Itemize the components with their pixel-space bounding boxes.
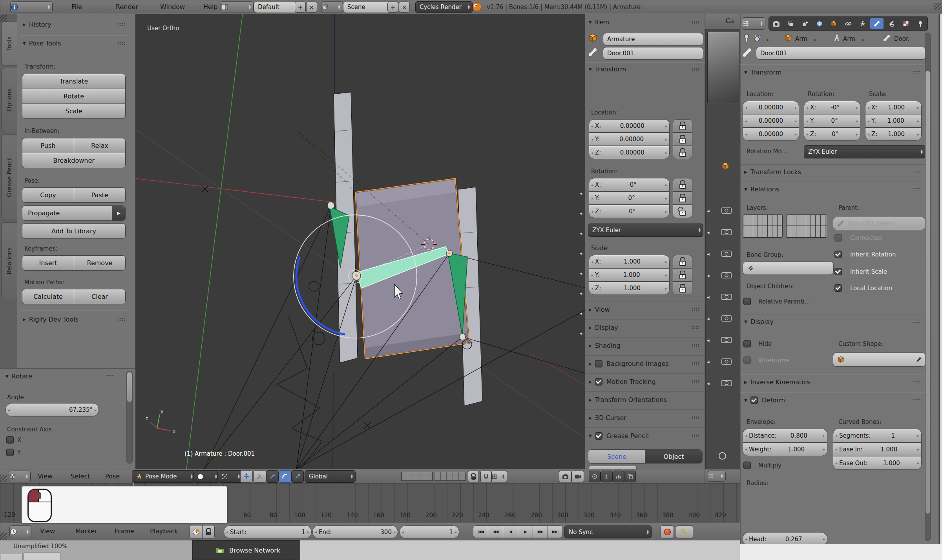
panel-collapse-arrows[interactable]: ◂◂◂◂◂◂◂◂ xyxy=(578,184,584,344)
keying-set-button[interactable] xyxy=(676,525,693,538)
lock-rotation-x[interactable] xyxy=(673,178,692,191)
propagate-button[interactable]: Propagate xyxy=(22,205,118,221)
inherit-rotation-checkbox[interactable] xyxy=(834,251,842,258)
inherit-scale-checkbox[interactable] xyxy=(834,268,842,275)
playback-button[interactable]: ▶▶| xyxy=(548,525,563,538)
bone-scale-z[interactable]: Z:1.000 xyxy=(865,127,922,141)
panel-header-shading[interactable]: Shading xyxy=(589,342,699,349)
tool-shelf-scrollbar[interactable] xyxy=(126,371,133,464)
screen-layout-icon-button[interactable] xyxy=(221,1,254,13)
hide-checkbox[interactable] xyxy=(743,340,751,347)
use-preview-range-button[interactable] xyxy=(189,525,203,538)
manipulator-translate-button[interactable] xyxy=(266,470,279,483)
tab-world[interactable] xyxy=(813,18,826,29)
breadcrumb-object-name[interactable]: Arm xyxy=(795,35,807,42)
bone-rotation-x[interactable]: X:-0° xyxy=(804,101,860,114)
panel-header-item[interactable]: Item xyxy=(589,18,699,26)
breadcrumb-armature-icon[interactable] xyxy=(833,34,841,42)
bone-scale-x[interactable]: X:1.000 xyxy=(865,101,922,114)
panel-header-transform-orientations[interactable]: Transform Orientations xyxy=(589,396,703,404)
object-name-field[interactable]: Armature xyxy=(603,33,703,45)
translate-button[interactable]: Translate xyxy=(22,74,126,89)
playback-button[interactable]: ▶▶ xyxy=(533,525,548,538)
segments-field[interactable]: Segments:1 xyxy=(833,429,922,442)
menu-view3d-view[interactable]: View xyxy=(38,473,53,480)
corner-widget[interactable] xyxy=(0,533,7,540)
sidebar-tab-options[interactable]: Options xyxy=(1,68,17,132)
tab-constraints[interactable] xyxy=(842,18,855,29)
relax-button[interactable]: Relax xyxy=(74,138,126,153)
menu-window[interactable]: Window xyxy=(160,3,185,11)
playback-button[interactable]: ◀◀ xyxy=(488,525,503,538)
manipulator-rotate-button[interactable] xyxy=(279,470,291,483)
layers-widget-a[interactable] xyxy=(401,472,433,481)
panel-header-inverse-kinematics[interactable]: Inverse Kinematics xyxy=(744,378,921,386)
panel-grip[interactable] xyxy=(118,23,126,26)
browse-network-bar[interactable]: Browse Network xyxy=(192,540,300,560)
pin-icon[interactable] xyxy=(743,33,750,42)
opengl-render-anim-button[interactable] xyxy=(571,471,584,482)
scale-z-field[interactable]: Z:1.000 xyxy=(589,282,670,295)
local-location-checkbox[interactable] xyxy=(834,284,842,292)
panel-grip[interactable] xyxy=(692,380,699,384)
panel-grip[interactable] xyxy=(692,434,699,438)
panel-header-deform[interactable]: Deform xyxy=(744,396,921,404)
playback-button[interactable]: ▶ xyxy=(518,525,533,538)
opengl-render-still-button[interactable] xyxy=(559,471,571,482)
push-button[interactable]: Push xyxy=(22,138,74,153)
custom-shape-field[interactable] xyxy=(833,353,926,367)
breadcrumb-object-icon[interactable] xyxy=(784,34,792,42)
background-app-button[interactable] xyxy=(1,554,23,560)
background-images-checkbox[interactable] xyxy=(595,360,602,367)
panel-grip[interactable] xyxy=(692,416,699,420)
sidebar-tab-relations[interactable]: Relations xyxy=(1,222,17,299)
bone-layers-grid-a[interactable] xyxy=(743,215,783,238)
location-x-field[interactable]: X:0.00000 xyxy=(589,119,670,133)
rotation-y-field[interactable]: Y:0° xyxy=(589,191,670,205)
auto-keyframe-button[interactable] xyxy=(661,525,674,538)
bone-scale-y[interactable]: Y:1.000 xyxy=(865,114,922,127)
scrollbar-thumb[interactable] xyxy=(127,372,132,402)
panel-grip[interactable] xyxy=(913,398,921,402)
menu-timeline-playback[interactable]: Playback xyxy=(150,527,178,535)
bone-rotation-y[interactable]: Y:0° xyxy=(804,114,860,127)
multiply-checkbox[interactable] xyxy=(743,462,751,469)
connected-checkbox[interactable] xyxy=(834,234,842,242)
panel-header-history[interactable]: History xyxy=(23,21,126,28)
rotation-mode-dropdown[interactable]: ZYX Euler xyxy=(588,224,703,237)
panel-grip[interactable] xyxy=(692,308,699,311)
playback-button[interactable]: |◀◀ xyxy=(473,525,488,538)
delete-layout-button[interactable] xyxy=(306,2,317,13)
panel-grip[interactable] xyxy=(692,362,699,365)
eyedropper-icon[interactable] xyxy=(916,356,922,363)
lock-rotation-y[interactable] xyxy=(673,191,692,205)
tab-material[interactable] xyxy=(899,18,913,29)
lock-frame-range-button[interactable] xyxy=(202,525,215,538)
transform-orientation-dropdown[interactable]: Global xyxy=(305,470,356,483)
bone-location-z[interactable]: 0.00000 xyxy=(743,127,799,141)
tab-texture[interactable] xyxy=(914,18,927,29)
panel-grip[interactable] xyxy=(692,326,699,329)
lock-rotation-z-open[interactable] xyxy=(673,205,692,218)
header-extra-button-1[interactable] xyxy=(589,471,601,482)
tab-object[interactable] xyxy=(827,18,840,29)
lock-scale-x[interactable] xyxy=(673,255,692,268)
remove-keyframe-button[interactable]: Remove xyxy=(74,255,126,271)
bone-name-field[interactable]: Door.001 xyxy=(756,47,926,60)
panel-grip[interactable] xyxy=(692,344,699,347)
lock-location-x[interactable] xyxy=(673,119,692,133)
angle-value-field[interactable]: 67.235° xyxy=(5,403,99,416)
viewport-shading-dropdown[interactable] xyxy=(193,470,220,483)
ease-out-field[interactable]: Ease Out:1.000 xyxy=(833,456,922,470)
corner-widget[interactable] xyxy=(0,475,7,482)
scale-x-field[interactable]: X:1.000 xyxy=(589,255,670,268)
layers-widget-b[interactable] xyxy=(434,472,466,481)
bone-layers-grid-b[interactable] xyxy=(786,215,827,238)
panel-header-3d-cursor[interactable]: 3D Cursor xyxy=(589,414,699,422)
deform-checkbox[interactable] xyxy=(750,396,758,404)
panel-grip[interactable] xyxy=(118,42,126,45)
envelope-weight-field[interactable]: Weight:1.000 xyxy=(743,442,827,456)
motion-tracking-checkbox[interactable] xyxy=(595,378,602,385)
panel-grip[interactable] xyxy=(913,320,921,324)
wireframe-checkbox[interactable] xyxy=(743,356,751,364)
